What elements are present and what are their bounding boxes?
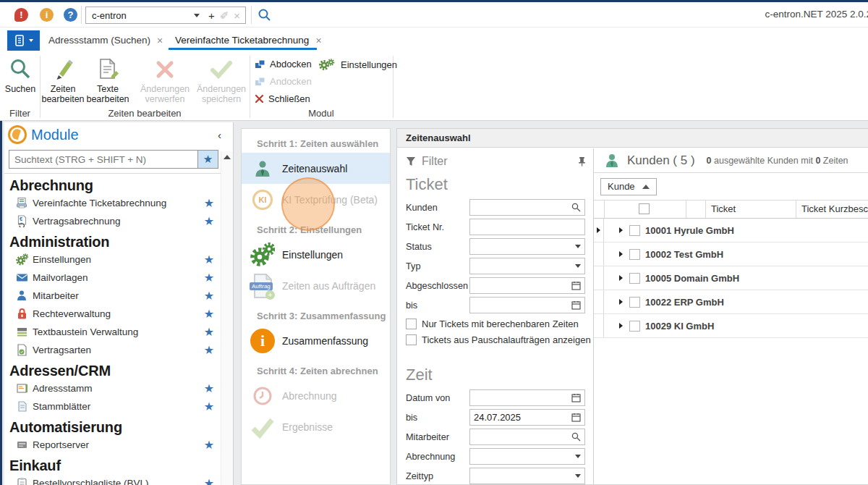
collapse-sidebar-button[interactable]: ‹ [218, 129, 221, 141]
filter-field-bis[interactable]: 24.07.2025 [469, 409, 585, 426]
help-icon[interactable]: ? [64, 8, 77, 22]
filter-field-bis[interactable] [469, 297, 585, 313]
filter-field-typ[interactable] [469, 258, 585, 274]
edit-profile-button[interactable]: ✐ [220, 10, 229, 21]
close-icon[interactable]: × [315, 35, 321, 46]
kunden-row-10029-ki-gmbh[interactable]: 10029 KI GmbH [594, 314, 868, 338]
favorites-star-button[interactable]: ★ [197, 151, 218, 168]
filter-field-abrechnung[interactable] [469, 448, 585, 465]
wizard-item-einstellungen[interactable]: Einstellungen [242, 239, 390, 270]
filter-field-abgeschlossen[interactable] [469, 277, 585, 294]
pin-icon[interactable] [578, 156, 586, 166]
close-icon[interactable]: × [157, 35, 163, 46]
sidebar-item-vereinfachte-ticketabrechnung[interactable]: Vereinfachte Ticketabrechnung★ [4, 194, 221, 212]
info-orange-icon: i [249, 327, 276, 355]
favorite-star-icon[interactable]: ★ [204, 476, 214, 485]
card-icon [16, 382, 28, 395]
sidebar-item-adressstamm[interactable]: Adressstamm★ [4, 379, 221, 397]
wizard-item-ergebnisse[interactable]: Ergebnisse [242, 411, 390, 442]
section-title[interactable]: Administration [4, 230, 221, 250]
favorite-star-icon[interactable]: ★ [204, 196, 214, 210]
row-checkbox[interactable] [629, 297, 640, 308]
module-search-input[interactable]: Suchtext (STRG + SHIFT + N) ★ [9, 150, 218, 169]
favorite-star-icon[interactable]: ★ [204, 253, 214, 266]
sidebar-scrollbar[interactable] [221, 151, 233, 485]
scroll-up-icon[interactable] [224, 155, 231, 159]
ribbon-button-zeiten-bearbeiten[interactable]: Zeitenbearbeiten [41, 56, 85, 104]
checkbox-tickets-aus-pauschalauftr-gen-[interactable]: Tickets aus Pauschalaufträgen anzeigen [406, 334, 593, 345]
row-checkbox[interactable] [629, 273, 640, 284]
checkbox-nur-tickets-mit-berechenbaren-[interactable]: Nur Tickets mit berechenbaren Zeiten [406, 319, 593, 329]
sidebar-item-mitarbeiter[interactable]: Mitarbeiter★ [4, 287, 221, 305]
expand-icon[interactable] [619, 299, 623, 305]
wizard-item-zusammenfassung[interactable]: iZusammenfassung [242, 325, 390, 356]
ribbon-button-abdocken[interactable]: Abdocken [255, 59, 312, 69]
ribbon-button-schlie-en[interactable]: Schließen [255, 93, 310, 104]
tab-vereinfachte-ticketabrechnung[interactable]: Vereinfachte Ticketabrechnung × [175, 31, 322, 49]
sidebar-item-rechteverwaltung[interactable]: Rechteverwaltung★ [4, 305, 221, 323]
filter-field-zeittyp[interactable] [469, 468, 585, 484]
column-header-ticket-kurzbeschreibung[interactable]: Ticket Kurzbeschr [801, 203, 868, 214]
kunden-row-10005-domain-gmbh[interactable]: 10005 Domain GmbH [594, 266, 868, 290]
ribbon-button-einstellungen[interactable]: Einstellungen [319, 59, 397, 70]
favorite-star-icon[interactable]: ★ [204, 325, 214, 339]
filter-field-kunden[interactable] [469, 199, 585, 216]
sidebar-item-reportserver[interactable]: Reportserver★ [4, 436, 221, 454]
ribbon-button-suchen[interactable]: Suchen [3, 56, 38, 94]
sidebar-item-bestellvorschlagliste-bvl-[interactable]: Bestellvorschlagliste (BVL)★ [4, 474, 221, 485]
expand-icon[interactable] [619, 323, 623, 329]
search-icon[interactable] [258, 8, 271, 22]
section-title[interactable]: Einkauf [4, 454, 221, 474]
row-checkbox[interactable] [629, 321, 640, 332]
sidebar-item-mailvorlagen[interactable]: Mailvorlagen★ [4, 269, 221, 287]
checkbox-box[interactable] [406, 319, 417, 329]
section-title[interactable]: Automatisierung [4, 416, 221, 436]
filter-field-status[interactable] [469, 238, 585, 255]
select-all-checkbox[interactable] [639, 203, 650, 214]
app-menu-button[interactable] [7, 30, 40, 51]
wizard-item-abrechnung[interactable]: Abrechnung [242, 380, 390, 411]
row-checkbox[interactable] [629, 225, 640, 236]
ribbon-button-texte-bearbeiten[interactable]: Textebearbeiten [85, 56, 130, 104]
expand-icon[interactable] [619, 275, 623, 281]
ribbon-button--nderungen-verwerfen[interactable]: Änderungenverwerfen [136, 56, 194, 104]
table-header[interactable]: Ticket Ticket Kurzbeschr [594, 201, 868, 219]
expand-icon[interactable] [619, 251, 623, 257]
sidebar-item-stammbl-tter[interactable]: Stammblätter★ [4, 397, 221, 416]
feedback-icon[interactable]: ! [14, 8, 28, 22]
filter-field-datum-von[interactable] [469, 389, 585, 406]
sidebar-item-vertragsabrechnung[interactable]: €Vertragsabrechnung★ [4, 212, 221, 230]
info-icon[interactable]: i [40, 8, 54, 22]
favorite-star-icon[interactable]: ★ [204, 400, 214, 413]
ribbon-button--nderungen-speichern[interactable]: Änderungenspeichern [194, 56, 249, 104]
favorite-star-icon[interactable]: ★ [204, 343, 214, 357]
kunden-row-10002-test-gmbh[interactable]: 10002 Test GmbH [594, 242, 868, 266]
favorite-star-icon[interactable]: ★ [204, 307, 214, 321]
filter-field-mitarbeiter[interactable] [469, 429, 585, 445]
favorite-star-icon[interactable]: ★ [204, 381, 214, 395]
wizard-item-zeiten-aus-auftr-gen[interactable]: Auftrag+Zeiten aus Aufträgen [242, 270, 390, 301]
column-header-ticket[interactable]: Ticket [711, 203, 736, 214]
group-by-kunde-chip[interactable]: Kunde [600, 178, 657, 195]
add-profile-button[interactable]: + [208, 10, 215, 21]
filter-field-ticket-nr-[interactable] [469, 219, 585, 235]
delete-profile-button[interactable]: × [234, 10, 240, 21]
checkbox-box[interactable] [406, 334, 417, 345]
row-checkbox[interactable] [629, 249, 640, 260]
section-title[interactable]: Adressen/CRM [4, 359, 221, 379]
favorite-star-icon[interactable]: ★ [204, 214, 214, 228]
sidebar-item-einstellungen[interactable]: Einstellungen★ [4, 250, 221, 269]
favorite-star-icon[interactable]: ★ [204, 271, 214, 284]
ribbon-button-andocken[interactable]: Andocken [255, 76, 312, 87]
profile-combobox[interactable]: c-entron + ✐ × [85, 7, 246, 24]
expand-icon[interactable] [619, 227, 623, 233]
favorite-star-icon[interactable]: ★ [204, 438, 214, 452]
kunden-row-10001-hyrule-gmbh[interactable]: 10001 Hyrule GmbH [594, 219, 868, 242]
tab-adressstamm[interactable]: Adressstamm (Suchen) × [48, 31, 163, 49]
kunden-row-10022-erp-gmbh[interactable]: 10022 ERP GmbH [594, 290, 868, 314]
favorite-star-icon[interactable]: ★ [204, 289, 214, 303]
section-title[interactable]: Abrechnung [4, 174, 221, 194]
sidebar-item-textbaustein-verwaltung[interactable]: Textbaustein Verwaltung★ [4, 323, 221, 341]
chevron-down-icon[interactable] [194, 14, 200, 17]
sidebar-item-vertragsarten[interactable]: Vertragsarten★ [4, 341, 221, 359]
